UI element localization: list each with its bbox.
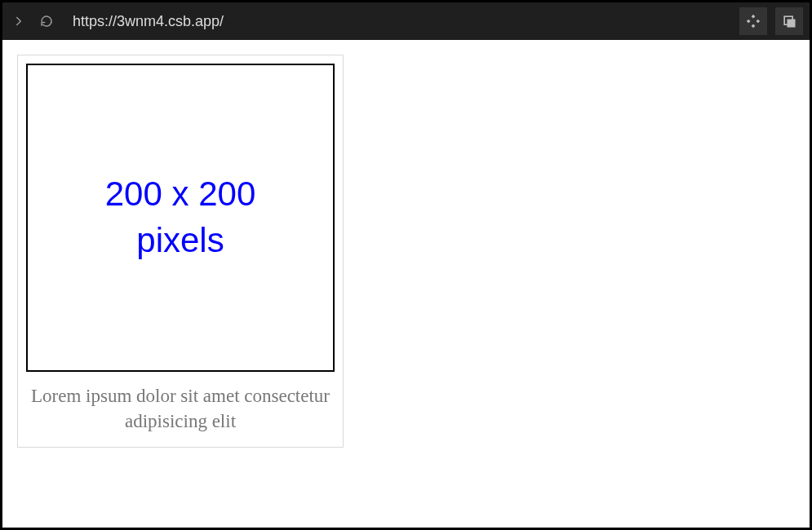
svg-rect-1 bbox=[747, 20, 751, 24]
browser-toolbar bbox=[2, 2, 810, 40]
image-caption: Lorem ipsum dolor sit amet consectetur a… bbox=[26, 382, 335, 439]
svg-rect-0 bbox=[752, 15, 756, 19]
browser-frame: 200 x 200 pixels Lorem ipsum dolor sit a… bbox=[0, 0, 812, 530]
svg-rect-5 bbox=[788, 20, 796, 28]
page-viewport: 200 x 200 pixels Lorem ipsum dolor sit a… bbox=[2, 40, 810, 528]
placeholder-text: 200 x 200 pixels bbox=[105, 171, 256, 263]
placeholder-dimensions: 200 x 200 bbox=[105, 174, 256, 213]
svg-rect-2 bbox=[756, 20, 760, 24]
reload-button[interactable] bbox=[37, 11, 56, 31]
image-card: 200 x 200 pixels Lorem ipsum dolor sit a… bbox=[17, 55, 344, 448]
codesandbox-button[interactable] bbox=[739, 7, 767, 35]
address-bar[interactable] bbox=[64, 8, 731, 35]
svg-rect-3 bbox=[752, 24, 756, 28]
diamond-grid-icon bbox=[745, 13, 761, 29]
open-window-button[interactable] bbox=[775, 7, 803, 35]
forward-button[interactable] bbox=[9, 11, 29, 31]
image-placeholder: 200 x 200 pixels bbox=[26, 64, 335, 372]
reload-icon bbox=[39, 14, 54, 29]
placeholder-unit: pixels bbox=[136, 221, 224, 259]
chevron-right-icon bbox=[11, 14, 26, 29]
windows-icon bbox=[781, 13, 797, 29]
